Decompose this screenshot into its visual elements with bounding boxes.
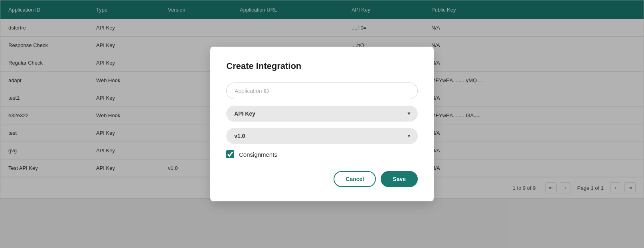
version-select-wrapper: v1.0 v2.0 ▼ [226, 128, 418, 144]
modal-title: Create Integration [226, 61, 418, 71]
type-select[interactable]: API Key Web Hook [226, 106, 418, 122]
save-button[interactable]: Save [381, 171, 418, 187]
modal-actions: Cancel Save [226, 171, 418, 187]
consignments-label: Consignments [239, 151, 277, 158]
application-id-input[interactable] [226, 83, 418, 99]
type-select-wrapper: API Key Web Hook ▼ [226, 106, 418, 122]
consignments-checkbox[interactable] [226, 150, 234, 158]
version-select[interactable]: v1.0 v2.0 [226, 128, 418, 144]
create-integration-modal: Create Integration API Key Web Hook ▼ v1… [210, 47, 434, 201]
consignments-row: Consignments [226, 150, 418, 158]
cancel-button[interactable]: Cancel [334, 171, 376, 187]
modal-overlay: Create Integration API Key Web Hook ▼ v1… [0, 0, 644, 248]
